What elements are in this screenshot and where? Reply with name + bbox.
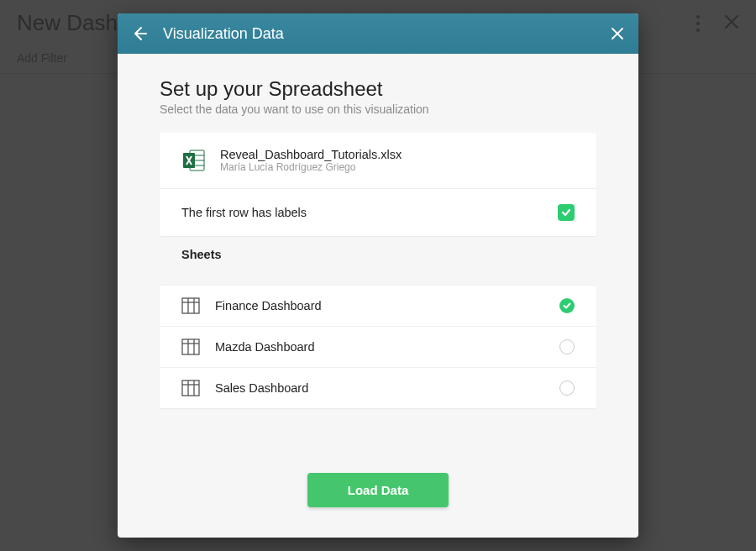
modal-header: Visualization Data: [118, 13, 638, 54]
load-data-button[interactable]: Load Data: [307, 473, 449, 507]
file-name: Reveal_Dashboard_Tutorials.xlsx: [220, 148, 402, 161]
sheet-name: Mazda Dashboard: [215, 340, 544, 354]
sheet-item[interactable]: Finance Dashboard: [160, 285, 596, 326]
sheet-icon: [181, 380, 200, 396]
sheet-radio[interactable]: [559, 380, 575, 396]
excel-icon: [181, 148, 207, 173]
file-row[interactable]: Reveal_Dashboard_Tutorials.xlsx María Lu…: [160, 133, 596, 189]
sheet-radio[interactable]: [559, 339, 575, 354]
sheet-item[interactable]: Sales Dashboard: [160, 367, 596, 408]
sheet-name: Sales Dashboard: [215, 381, 544, 395]
sheet-item[interactable]: Mazda Dashboard: [160, 326, 596, 367]
close-icon[interactable]: [610, 26, 625, 41]
back-icon[interactable]: [131, 25, 148, 42]
svg-rect-8: [182, 298, 199, 313]
sheet-name: Finance Dashboard: [215, 299, 544, 312]
svg-rect-12: [182, 339, 199, 354]
first-row-labels-checkbox[interactable]: [558, 204, 575, 221]
setup-title: Set up your Spreadsheet: [160, 77, 596, 101]
sheet-icon: [181, 297, 200, 314]
sheets-heading: Sheets: [160, 236, 596, 268]
first-row-labels-text: The first row has labels: [181, 206, 307, 219]
file-owner: María Lucía Rodríguez Griego: [220, 161, 402, 173]
modal-title: Visualization Data: [163, 25, 595, 43]
file-card: Reveal_Dashboard_Tutorials.xlsx María Lu…: [160, 133, 596, 236]
setup-subtitle: Select the data you want to use on this …: [160, 102, 596, 116]
sheet-icon: [181, 338, 200, 355]
sheets-list: Finance DashboardMazda DashboardSales Da…: [160, 285, 596, 408]
visualization-data-modal: Visualization Data Set up your Spreadshe…: [118, 13, 638, 538]
sheet-selected-icon[interactable]: [559, 298, 575, 313]
svg-rect-16: [182, 380, 199, 396]
